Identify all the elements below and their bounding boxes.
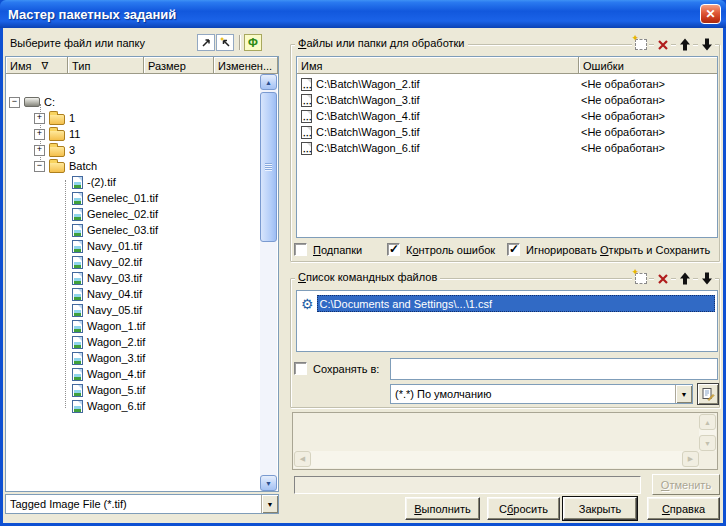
tree-scrollbar[interactable]: ▲ ▼ [260, 74, 277, 491]
move-command-up-button[interactable] [676, 271, 693, 286]
jump-to-folder-button[interactable] [197, 34, 215, 51]
checkbox-label: Сохранять в: [313, 363, 379, 375]
row-status: <Не обработан> [575, 78, 665, 90]
tif-file-icon [72, 320, 83, 333]
checkbox-box[interactable] [294, 362, 307, 375]
tree-item-file[interactable]: Navy_02.tif [6, 254, 142, 270]
process-row[interactable]: C:\Batch\Wagon_5.tif <Не обработан> [297, 124, 717, 140]
tree-item-file[interactable]: Genelec_02.tif [6, 206, 158, 222]
new-item-icon [635, 39, 647, 50]
move-up-button[interactable] [676, 37, 693, 52]
help-button[interactable]: Справка [647, 497, 720, 520]
progress-bar [294, 476, 641, 494]
tree-item-drive[interactable]: C: [6, 94, 55, 110]
tree-item-file[interactable]: Navy_05.tif [6, 302, 142, 318]
row-status: <Не обработан> [575, 110, 665, 122]
tree-item-file[interactable]: -(2).tif [6, 174, 116, 190]
expand-icon[interactable] [34, 129, 45, 140]
file-type-filter-combo[interactable]: Tagged Image File (*.tif) ▼ [5, 494, 279, 514]
add-item-button[interactable] [632, 37, 649, 52]
checkbox-box[interactable] [294, 243, 307, 256]
row-status: <Не обработан> [575, 142, 665, 154]
move-command-down-button[interactable] [698, 271, 715, 286]
tree-item-file[interactable]: Wagon_5.tif [6, 382, 145, 398]
close-icon[interactable] [700, 4, 721, 24]
reset-button[interactable]: Сбросить [487, 497, 560, 520]
error-control-checkbox[interactable]: Контроль ошибок [387, 243, 495, 256]
process-row[interactable]: C:\Batch\Wagon_4.tif <Не обработан> [297, 108, 717, 124]
scrollbar-thumb[interactable] [260, 92, 277, 242]
delete-item-button[interactable] [654, 37, 671, 52]
process-row[interactable]: C:\Batch\Wagon_2.tif <Не обработан> [297, 76, 717, 92]
save-path-input[interactable] [390, 358, 718, 380]
column-header-name[interactable]: Имя ∇ [6, 57, 68, 74]
collapse-icon[interactable] [9, 97, 20, 108]
tree-item-folder[interactable]: 11 [6, 126, 80, 142]
tree-item-file[interactable]: Wagon_3.tif [6, 350, 145, 366]
close-button[interactable]: Закрыть [563, 497, 637, 520]
column-header-name[interactable]: Имя [297, 57, 579, 74]
tree-item-file[interactable]: Navy_01.tif [6, 238, 142, 254]
save-format-combo[interactable]: (*.*) По умолчанию ▼ [390, 384, 693, 404]
properties-sheet-icon [701, 387, 715, 401]
selected-command-file: C:\Documents and Settings\...\1.csf [317, 295, 715, 312]
tif-file-icon [72, 304, 83, 317]
column-header-type[interactable]: Тип [68, 57, 144, 74]
process-row[interactable]: C:\Batch\Wagon_6.tif <Не обработан> [297, 140, 717, 156]
save-to-checkbox[interactable]: Сохранять в: [294, 362, 379, 375]
command-file-row-selected[interactable]: ⚙ C:\Documents and Settings\...\1.csf [299, 295, 715, 312]
tif-file-icon [72, 400, 83, 413]
scroll-up-icon[interactable]: ▲ [260, 74, 277, 90]
arrow-up-icon [679, 272, 691, 285]
checkbox-box[interactable] [507, 243, 520, 256]
tree-item-file[interactable]: Navy_03.tif [6, 270, 142, 286]
scroll-down-icon[interactable]: ▼ [260, 475, 277, 491]
tree-item-file[interactable]: Genelec_01.tif [6, 190, 158, 206]
format-properties-button[interactable] [697, 383, 719, 405]
refresh-tree-button[interactable]: Φ [244, 34, 262, 51]
left-panel-title: Выберите файл или папку [10, 37, 145, 49]
expand-icon[interactable] [34, 113, 45, 124]
column-header-modified[interactable]: Изменен... [214, 57, 278, 74]
toolbar-separator [239, 35, 241, 50]
add-command-file-button[interactable] [632, 271, 649, 286]
process-row[interactable]: C:\Batch\Wagon_3.tif <Не обработан> [297, 92, 717, 108]
tree-item-file[interactable]: Wagon_4.tif [6, 366, 145, 382]
tif-file-icon [72, 272, 83, 285]
ignore-open-save-checkbox[interactable]: Игнорировать Открыть и Сохранить [507, 243, 710, 256]
folder-icon [49, 162, 65, 173]
checkbox-box[interactable] [387, 243, 400, 256]
status-log-area: ▲ ▼ ◀ ▶ [292, 412, 718, 470]
chevron-down-icon[interactable]: ▼ [261, 495, 278, 513]
row-status: <Не обработан> [575, 94, 665, 106]
checkbox-label: Игнорировать Открыть и Сохранить [526, 244, 710, 256]
subfolders-checkbox[interactable]: Подпапки [294, 243, 362, 256]
tree-item-file[interactable]: Wagon_1.tif [6, 318, 145, 334]
tif-file-icon [72, 288, 83, 301]
chevron-down-icon[interactable]: ▼ [675, 385, 692, 403]
expand-icon[interactable] [34, 145, 45, 156]
document-icon [301, 142, 312, 155]
window-title: Мастер пакетных заданий [0, 7, 176, 22]
delete-command-file-button[interactable] [654, 271, 671, 286]
move-down-button[interactable] [698, 37, 715, 52]
tif-file-icon [72, 192, 83, 205]
delete-x-icon [657, 39, 669, 51]
tree-item-file[interactable]: Wagon_6.tif [6, 398, 145, 414]
log-horizontal-scrollbar: ◀ ▶ [294, 451, 699, 468]
tree-item-folder[interactable]: 3 [6, 142, 75, 158]
tif-file-icon [72, 240, 83, 253]
column-header-errors[interactable]: Ошибки [579, 57, 717, 74]
tree-item-file[interactable]: Genelec_03.tif [6, 222, 158, 238]
tif-file-icon [72, 352, 83, 365]
tree-item-file[interactable]: Navy_04.tif [6, 286, 142, 302]
tree-item-folder-batch[interactable]: Batch [6, 158, 97, 174]
add-to-list-button[interactable] [216, 34, 234, 51]
column-header-size[interactable]: Размер [144, 57, 214, 74]
run-button[interactable]: Выполнить [405, 497, 480, 520]
tree-item-file[interactable]: Wagon_2.tif [6, 334, 145, 350]
collapse-icon[interactable] [34, 161, 45, 172]
tree-item-folder[interactable]: 1 [6, 110, 75, 126]
titlebar: Мастер пакетных заданий [0, 0, 726, 28]
delete-x-icon [657, 273, 669, 285]
